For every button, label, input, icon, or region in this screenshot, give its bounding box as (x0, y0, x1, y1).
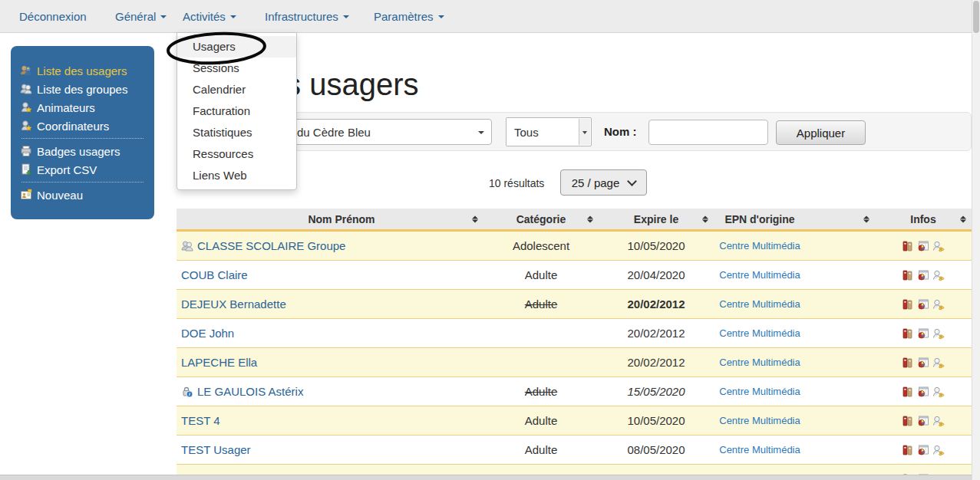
group-icon (20, 83, 32, 95)
report-icon[interactable] (917, 327, 929, 340)
user-coins-icon[interactable] (932, 298, 945, 311)
sidebar-item-nouveau[interactable]: Nouveau (20, 186, 154, 204)
epn-origin-link[interactable]: Centre Multimédia (719, 327, 800, 339)
sort-icon[interactable] (863, 215, 869, 222)
epn-origin-link[interactable]: Centre Multimédia (719, 386, 800, 397)
per-page-value: 25 / page (572, 176, 620, 189)
user-link[interactable]: LAPECHE Ella (181, 356, 257, 369)
column-header-categorie[interactable]: Catégorie (483, 209, 599, 229)
report-icon[interactable] (917, 269, 929, 281)
sort-icon[interactable] (587, 215, 593, 222)
export-icon (20, 163, 32, 176)
horizontal-scrollbar[interactable] (0, 475, 980, 480)
epn-origin-link[interactable]: Centre Multimédia (719, 444, 800, 455)
user-link[interactable]: TEST Usager (181, 443, 251, 456)
epn-origin-link[interactable]: Centre Multimédia (719, 357, 800, 368)
epn-origin-cell: Centre Multimédia (714, 444, 875, 455)
column-header-nom-prenom[interactable]: Nom Prénom (177, 209, 483, 229)
nav-item-general[interactable]: Général (115, 0, 167, 32)
report-icon[interactable] (917, 415, 929, 427)
sidebar-item-liste-des-usagers[interactable]: Liste des usagers (20, 61, 154, 80)
sort-icon[interactable] (702, 215, 708, 222)
nav-item-activites[interactable]: Activités (183, 0, 236, 32)
nav-item-parametres[interactable]: Paramètres (374, 0, 444, 32)
report-icon[interactable] (917, 444, 929, 456)
sort-icon[interactable] (960, 215, 966, 222)
menu-item-statistiques[interactable]: Statistiques (177, 122, 296, 143)
user-link[interactable]: DEJEUX Bernadette (181, 298, 286, 311)
user-name-cell: DEJEUX Bernadette (177, 298, 483, 311)
table-row: TEST 4Adulte10/05/2020Centre Multimédia (177, 406, 972, 436)
expire-date-cell: 20/02/2012 (599, 298, 714, 311)
column-header-infos[interactable]: Infos (875, 209, 972, 229)
column-header-epn-d-origine[interactable]: EPN d'origine (714, 209, 875, 229)
books-icon[interactable] (902, 298, 914, 311)
per-page-select[interactable]: 25 / page (560, 169, 647, 196)
books-icon[interactable] (902, 327, 914, 340)
user-coins-icon[interactable] (932, 269, 945, 281)
select-arrow-strip (579, 119, 590, 145)
report-icon[interactable] (917, 357, 929, 369)
menu-item-liens-web[interactable]: Liens Web (177, 165, 296, 186)
user-coins-icon[interactable] (932, 327, 945, 340)
user-link[interactable]: DOE John (181, 327, 234, 340)
sort-icon[interactable] (472, 215, 478, 222)
user-link[interactable]: COUB Claire (181, 268, 248, 281)
sidebar-item-coordinateurs[interactable]: Coordinateurs (20, 117, 154, 135)
chevron-down-icon (478, 131, 484, 134)
user-link[interactable]: CLASSE SCOLAIRE Groupe (197, 239, 345, 252)
sidebar-item-animateurs[interactable]: Animateurs (20, 98, 154, 117)
sidebar-item-export-csv[interactable]: Export CSV (20, 160, 154, 179)
user-coins-icon[interactable] (932, 240, 945, 252)
epn-origin-cell: Centre Multimédia (714, 386, 875, 397)
books-icon[interactable] (902, 240, 914, 252)
books-icon[interactable] (902, 269, 914, 281)
category-cell: Adolescent (483, 239, 599, 252)
report-icon[interactable] (917, 298, 929, 311)
user-coins-icon[interactable] (932, 415, 945, 427)
user-coins-icon[interactable] (932, 444, 945, 456)
sidebar-item-label: Coordinateurs (37, 120, 109, 133)
scrollbar-thumb[interactable] (973, 1, 979, 33)
user-link[interactable]: LE GAULOIS Astérix (197, 385, 303, 398)
expire-date-cell: 20/02/2012 (599, 327, 714, 340)
nav-item-deconnexion[interactable]: Déconnexion (19, 0, 87, 32)
books-icon[interactable] (902, 444, 914, 456)
table-row: DEJEUX BernadetteAdulte20/02/2012Centre … (177, 290, 972, 319)
books-icon[interactable] (902, 357, 914, 369)
epn-origin-link[interactable]: Centre Multimédia (719, 269, 800, 281)
user-coins-icon[interactable] (932, 357, 945, 369)
epn-origin-link[interactable]: Centre Multimédia (719, 415, 800, 426)
name-filter-input[interactable] (648, 120, 768, 145)
infos-cell (875, 327, 972, 340)
apply-button[interactable]: Appliquer (776, 120, 866, 145)
infos-cell (875, 269, 972, 281)
status-select[interactable]: Tous (506, 117, 592, 146)
star-user-icon (20, 101, 32, 113)
column-header-expire-le[interactable]: Expire le (599, 209, 714, 229)
sidebar-divider (21, 182, 144, 182)
report-icon[interactable] (917, 240, 929, 252)
epn-origin-cell: Centre Multimédia (714, 415, 875, 426)
user-link[interactable]: TEST 4 (181, 414, 220, 427)
sidebar-item-liste-des-groupes[interactable]: Liste des groupes (20, 80, 154, 98)
status-select-value: Tous (514, 126, 539, 139)
books-icon[interactable] (902, 386, 914, 398)
nav-item-infrastructures[interactable]: Infrastructures (265, 0, 349, 32)
users-table: Nom PrénomCatégorieExpire leEPN d'origin… (177, 209, 972, 480)
epn-origin-link[interactable]: Centre Multimédia (719, 240, 800, 252)
epn-origin-link[interactable]: Centre Multimédia (719, 298, 800, 310)
menu-item-sessions[interactable]: Sessions (177, 58, 296, 79)
sidebar-item-badges-usagers[interactable]: Badges usagers (20, 142, 154, 160)
menu-item-calendrier[interactable]: Calendrier (177, 79, 296, 100)
menu-item-ressources[interactable]: Ressources (177, 143, 296, 165)
vertical-scrollbar[interactable] (972, 0, 980, 480)
star-user-icon (20, 120, 32, 132)
user-name-cell: DOE John (177, 327, 483, 340)
user-coins-icon[interactable] (932, 386, 945, 398)
books-icon[interactable] (902, 415, 914, 427)
menu-item-usagers[interactable]: Usagers (177, 36, 296, 58)
menu-item-facturation[interactable]: Facturation (177, 100, 296, 122)
sidebar-divider (21, 138, 144, 139)
report-icon[interactable] (917, 386, 929, 398)
